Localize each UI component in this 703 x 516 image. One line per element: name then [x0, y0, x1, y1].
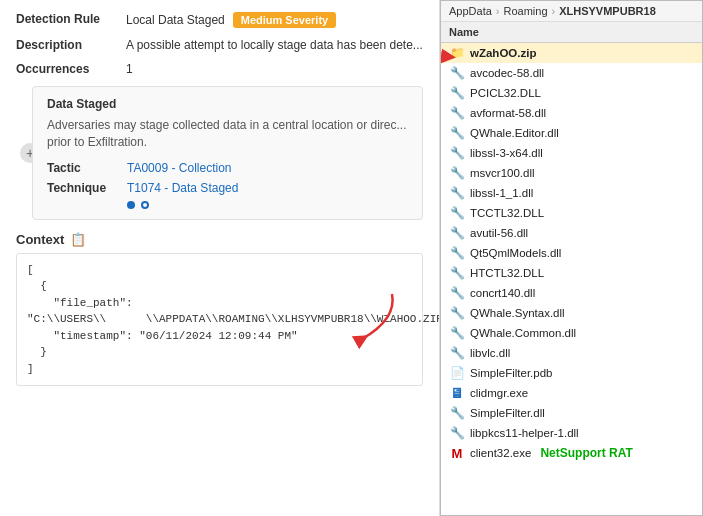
file-name-qwhale-common: QWhale.Common.dll: [470, 327, 576, 339]
dll-icon-17: 🔧: [449, 425, 465, 441]
file-item-clidmgr[interactable]: 🖥 clidmgr.exe: [441, 383, 702, 403]
detection-rule-label: Detection Rule: [16, 12, 126, 26]
file-name-avformat: avformat-58.dll: [470, 107, 546, 119]
pdb-icon: 📄: [449, 365, 465, 381]
occurrences-value: 1: [126, 62, 423, 76]
file-name-qt5qml: Qt5QmlModels.dll: [470, 247, 561, 259]
breadcrumb-sep-1: ›: [496, 5, 500, 17]
copy-icon[interactable]: 📋: [70, 232, 86, 247]
file-item-qt5qml[interactable]: 🔧 Qt5QmlModels.dll: [441, 243, 702, 263]
file-item-libvlc[interactable]: 🔧 libvlc.dll: [441, 343, 702, 363]
file-name-htctl32: HTCTL32.DLL: [470, 267, 544, 279]
file-item-simplefilter-dll[interactable]: 🔧 SimpleFilter.dll: [441, 403, 702, 423]
breadcrumb-sep-2: ›: [552, 5, 556, 17]
file-name-libvlc: libvlc.dll: [470, 347, 510, 359]
file-item-qwhale-common[interactable]: 🔧 QWhale.Common.dll: [441, 323, 702, 343]
file-name-avutil: avutil-56.dll: [470, 227, 528, 239]
file-item-htctl32[interactable]: 🔧 HTCTL32.DLL: [441, 263, 702, 283]
dll-icon-11: 🔧: [449, 265, 465, 281]
file-name-clidmgr: clidmgr.exe: [470, 387, 528, 399]
tactic-link[interactable]: TA0009 - Collection: [127, 161, 232, 175]
description-label: Description: [16, 38, 126, 52]
code-line-2: {: [27, 278, 412, 295]
file-name-tcctl32: TCCTL32.DLL: [470, 207, 544, 219]
zip-icon: 📁: [449, 45, 465, 61]
breadcrumb-roaming[interactable]: Roaming: [503, 5, 547, 17]
breadcrumb-xlhs[interactable]: XLHSYVMPUBR18: [559, 5, 656, 17]
file-name-libssl3: libssl-3-x64.dll: [470, 147, 543, 159]
dll-icon-6: 🔧: [449, 165, 465, 181]
context-header: Context 📋: [16, 232, 423, 247]
dll-icon-9: 🔧: [449, 225, 465, 241]
right-panel-wrapper: AppData › Roaming › XLHSYVMPUBR18 Name 📁…: [440, 0, 703, 516]
file-item-qwhale-syntax[interactable]: 🔧 QWhale.Syntax.dll: [441, 303, 702, 323]
code-line-4: "C:\\USERS\\ \\APPDATA\\ROAMING\\XLHSYVM…: [27, 311, 412, 328]
code-line-6: }: [27, 344, 412, 361]
file-name-simplefilter-pdb: SimpleFilter.pdb: [470, 367, 552, 379]
detection-rule-text: Local Data Staged: [126, 13, 225, 27]
left-panel: Detection Rule Local Data Staged Medium …: [0, 0, 440, 516]
dll-icon-12: 🔧: [449, 285, 465, 301]
occurrences-label: Occurrences: [16, 62, 126, 76]
code-line-3: "file_path":: [27, 295, 412, 312]
dot-2[interactable]: [141, 201, 149, 209]
file-name-libssl1: libssl-1_1.dll: [470, 187, 533, 199]
file-name-simplefilter-dll: SimpleFilter.dll: [470, 407, 545, 419]
file-item-libssl3[interactable]: 🔧 libssl-3-x64.dll: [441, 143, 702, 163]
file-list[interactable]: 📁 wZahOO.zip 🔧 avcodec-58.dll 🔧: [441, 43, 702, 515]
dll-icon-7: 🔧: [449, 185, 465, 201]
file-item-avcodec[interactable]: 🔧 avcodec-58.dll: [441, 63, 702, 83]
breadcrumb-bar: AppData › Roaming › XLHSYVMPUBR18: [441, 1, 702, 22]
file-item-concrt140[interactable]: 🔧 concrt140.dll: [441, 283, 702, 303]
file-item-pcicl32[interactable]: 🔧 PCICL32.DLL: [441, 83, 702, 103]
file-name-libpkcs11: libpkcs11-helper-1.dll: [470, 427, 579, 439]
technique-link[interactable]: T1074 - Data Staged: [127, 181, 238, 195]
file-item-simplefilter-pdb[interactable]: 📄 SimpleFilter.pdb: [441, 363, 702, 383]
info-box: Data Staged Adversaries may stage collec…: [32, 86, 423, 220]
exe-icon-2: M: [449, 445, 465, 461]
description-value: A possible attempt to locally stage data…: [126, 38, 423, 52]
dll-icon-15: 🔧: [449, 345, 465, 361]
description-row: Description A possible attempt to locall…: [16, 38, 423, 52]
dll-icon-13: 🔧: [449, 305, 465, 321]
file-name-pcicl32: PCICL32.DLL: [470, 87, 541, 99]
technique-label: Technique: [47, 181, 127, 195]
exe-icon-1: 🖥: [449, 385, 465, 401]
file-name-client32: client32.exe: [470, 447, 531, 459]
info-box-title: Data Staged: [47, 97, 408, 111]
file-name-avcodec: avcodec-58.dll: [470, 67, 544, 79]
dll-icon-5: 🔧: [449, 145, 465, 161]
tactic-row: Tactic TA0009 - Collection: [47, 161, 408, 175]
code-line-7: ]: [27, 361, 412, 378]
right-panel: AppData › Roaming › XLHSYVMPUBR18 Name 📁…: [440, 0, 703, 516]
tactic-label: Tactic: [47, 161, 127, 175]
netsupport-rat-label: NetSupport RAT: [540, 446, 632, 460]
occurrences-row: Occurrences 1: [16, 62, 423, 76]
detection-rule-row: Detection Rule Local Data Staged Medium …: [16, 12, 423, 28]
file-item-tcctl32[interactable]: 🔧 TCCTL32.DLL: [441, 203, 702, 223]
dll-icon-16: 🔧: [449, 405, 465, 421]
severity-badge: Medium Severity: [233, 12, 336, 28]
file-item-avutil[interactable]: 🔧 avutil-56.dll: [441, 223, 702, 243]
context-section: Context 📋 [ { "file_path": "C:\\USERS\\ …: [16, 232, 423, 387]
info-box-description: Adversaries may stage collected data in …: [47, 117, 408, 151]
dll-icon-2: 🔧: [449, 85, 465, 101]
dll-icon-1: 🔧: [449, 65, 465, 81]
file-item-libssl1[interactable]: 🔧 libssl-1_1.dll: [441, 183, 702, 203]
file-name-qwhale-editor: QWhale.Editor.dll: [470, 127, 559, 139]
breadcrumb-appdata[interactable]: AppData: [449, 5, 492, 17]
file-item-avformat[interactable]: 🔧 avformat-58.dll: [441, 103, 702, 123]
dot-1[interactable]: [127, 201, 135, 209]
file-item-client32[interactable]: M client32.exe NetSupport RAT: [441, 443, 702, 463]
code-line-5: "timestamp": "06/11/2024 12:09:44 PM": [27, 328, 412, 345]
file-item-qwhale-editor[interactable]: 🔧 QWhale.Editor.dll: [441, 123, 702, 143]
dll-icon-8: 🔧: [449, 205, 465, 221]
file-item-libpkcs11[interactable]: 🔧 libpkcs11-helper-1.dll: [441, 423, 702, 443]
file-item-wzahoo[interactable]: 📁 wZahOO.zip: [441, 43, 702, 63]
file-item-msvcr100[interactable]: 🔧 msvcr100.dll: [441, 163, 702, 183]
detection-rule-value: Local Data Staged Medium Severity: [126, 12, 423, 28]
file-name-wzahoo: wZahOO.zip: [470, 47, 536, 59]
file-name-msvcr100: msvcr100.dll: [470, 167, 535, 179]
name-column-header: Name: [449, 26, 479, 38]
dll-icon-4: 🔧: [449, 125, 465, 141]
